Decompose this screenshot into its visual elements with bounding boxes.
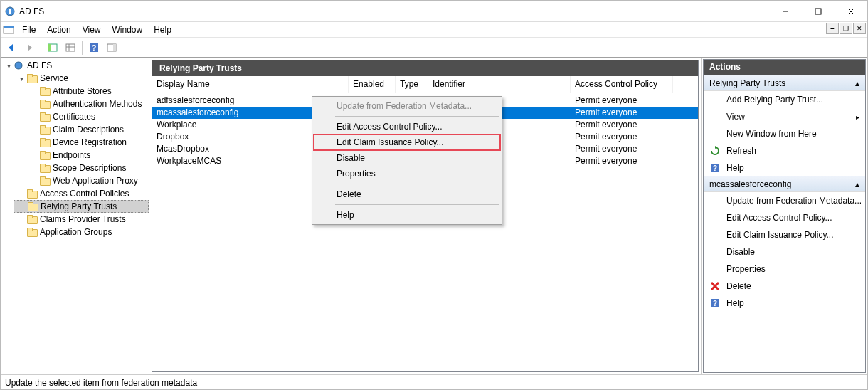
col-enabled[interactable]: Enabled — [349, 76, 396, 93]
svg-text:?: ? — [92, 43, 97, 52]
tree-item-label: Attribute Stores — [53, 86, 112, 96]
forward-button[interactable] — [21, 40, 37, 56]
menu-action[interactable]: Action — [41, 23, 76, 36]
ctx-help[interactable]: Help — [314, 207, 500, 223]
action-label: Edit Access Control Policy... — [726, 213, 865, 223]
blank-icon — [709, 94, 721, 105]
action-label: Refresh — [726, 146, 865, 156]
collapse-icon: ▴ — [855, 78, 859, 88]
maximize-button[interactable] — [802, 1, 835, 21]
actions-section-rpt[interactable]: Relying Party Trusts ▴ — [704, 75, 865, 91]
folder-icon — [39, 99, 51, 109]
tree-attribute-stores[interactable]: Attribute Stores — [26, 85, 149, 98]
mdi-minimize[interactable]: ‒ — [826, 23, 839, 34]
col-identifier[interactable]: Identifier — [428, 76, 571, 93]
action-update-from-federation-metadata[interactable]: Update from Federation Metadata... — [704, 192, 865, 209]
tree-root[interactable]: ▾ AD FS — [1, 59, 149, 72]
action-new-window-from-here[interactable]: New Window from Here — [704, 125, 865, 142]
action-disable[interactable]: Disable — [704, 243, 865, 260]
action-refresh[interactable]: Refresh — [704, 142, 865, 159]
show-hide-tree-button[interactable] — [45, 40, 60, 56]
ctx-properties[interactable]: Properties — [314, 166, 500, 181]
help-button[interactable]: ? — [86, 40, 102, 56]
tree-web-application-proxy[interactable]: Web Application Proxy — [26, 174, 149, 187]
menu-help[interactable]: Help — [148, 23, 177, 36]
blank-icon — [709, 128, 721, 139]
ctx-disable[interactable]: Disable — [314, 150, 500, 166]
ctx-update-metadata: Update from Federation Metadata... — [314, 98, 500, 114]
window-titlebar: AD FS — [1, 1, 867, 22]
close-button[interactable] — [835, 1, 867, 21]
action-properties[interactable]: Properties — [704, 260, 865, 278]
blank-icon — [709, 246, 721, 258]
tree-item-label: Web Application Proxy — [53, 176, 138, 186]
show-hide-action-pane-button[interactable] — [104, 40, 120, 56]
action-label: Update from Federation Metadata... — [726, 196, 865, 206]
minimize-button[interactable] — [769, 1, 802, 21]
menubar: File Action View Window Help ‒ ❐ ✕ — [1, 22, 867, 38]
svg-rect-7 — [4, 26, 14, 28]
mdi-restore[interactable]: ❐ — [840, 23, 852, 34]
tree-claims-provider-trusts[interactable]: Claims Provider Trusts — [14, 213, 149, 226]
statusbar-text: Update the selected item from federation… — [5, 378, 197, 388]
mdi-close[interactable]: ✕ — [853, 23, 866, 34]
tree-item-label: Relying Party Trusts — [41, 201, 117, 211]
action-delete[interactable]: Delete — [704, 278, 865, 295]
tree-item-label: Authentication Methods — [53, 99, 142, 109]
action-edit-access-control-policy[interactable]: Edit Access Control Policy... — [704, 209, 865, 226]
list-columns: Display Name Enabled Type Identifier Acc… — [152, 76, 698, 93]
tree-item-label: Claim Descriptions — [53, 125, 124, 135]
ctx-delete[interactable]: Delete — [314, 186, 500, 202]
folder-icon — [39, 125, 51, 135]
tree-service[interactable]: ▾ Service — [14, 72, 149, 85]
svg-point-17 — [15, 62, 22, 69]
tree-endpoints[interactable]: Endpoints — [26, 149, 149, 162]
svg-rect-3 — [815, 9, 821, 14]
action-edit-claim-issuance-policy[interactable]: Edit Claim Issuance Policy... — [704, 226, 865, 243]
svg-rect-1 — [9, 9, 11, 14]
action-help[interactable]: ?Help — [704, 159, 865, 176]
col-display-name[interactable]: Display Name — [152, 76, 349, 93]
actions-pane: Actions Relying Party Trusts ▴ Add Relyi… — [701, 58, 867, 374]
tree-item-label: Certificates — [53, 112, 95, 122]
tree-scope-descriptions[interactable]: Scope Descriptions — [26, 162, 149, 174]
action-add-relying-party-trust[interactable]: Add Relying Party Trust... — [704, 91, 865, 108]
col-type[interactable]: Type — [396, 76, 428, 93]
cell-acp: Permit everyone — [571, 131, 673, 143]
tree-access-control-policies[interactable]: Access Control Policies — [14, 187, 149, 200]
menu-view[interactable]: View — [77, 23, 107, 36]
tree-claim-descriptions[interactable]: Claim Descriptions — [26, 123, 149, 136]
tree-certificates[interactable]: Certificates — [26, 110, 149, 123]
folder-icon — [26, 227, 38, 237]
context-menu: Update from Federation Metadata... Edit … — [312, 96, 502, 225]
center-pane: Relying Party Trusts Display Name Enable… — [149, 58, 701, 374]
tree-relying-party-trusts[interactable]: Relying Party Trusts — [14, 200, 149, 213]
export-list-button[interactable] — [63, 40, 78, 56]
chevron-down-icon[interactable]: ▾ — [4, 60, 14, 70]
tree-item-label: Access Control Policies — [40, 189, 129, 199]
mmc-icon — [2, 23, 15, 36]
chevron-right-icon: ▸ — [856, 113, 859, 121]
svg-rect-9 — [48, 44, 51, 51]
ctx-edit-acp[interactable]: Edit Access Control Policy... — [314, 119, 500, 135]
tree-pane: ▾ AD FS ▾ Service Attribute StoresAuthen… — [1, 58, 149, 374]
tree-device-registration[interactable]: Device Registration — [26, 136, 149, 149]
actions-title: Actions — [704, 60, 865, 75]
actions-section-item[interactable]: mcassalesforceconfig ▴ — [704, 176, 865, 192]
tree-root-label: AD FS — [27, 60, 52, 70]
cell-acp: Permit everyone — [571, 119, 673, 131]
tree-authentication-methods[interactable]: Authentication Methods — [26, 98, 149, 110]
folder-icon — [39, 112, 51, 122]
menu-file[interactable]: File — [16, 23, 41, 36]
tree-item-label: Device Registration — [53, 137, 127, 147]
col-acp[interactable]: Access Control Policy — [571, 76, 673, 93]
chevron-down-icon[interactable]: ▾ — [16, 73, 26, 83]
action-label: Disable — [726, 247, 865, 257]
menu-window[interactable]: Window — [107, 23, 149, 36]
cell-acp: Permit everyone — [571, 107, 673, 119]
action-help[interactable]: ?Help — [704, 295, 865, 312]
action-view[interactable]: View▸ — [704, 108, 865, 125]
ctx-edit-claim-issuance[interactable]: Edit Claim Issuance Policy... — [314, 135, 500, 150]
tree-application-groups[interactable]: Application Groups — [14, 226, 149, 238]
back-button[interactable] — [4, 40, 19, 56]
